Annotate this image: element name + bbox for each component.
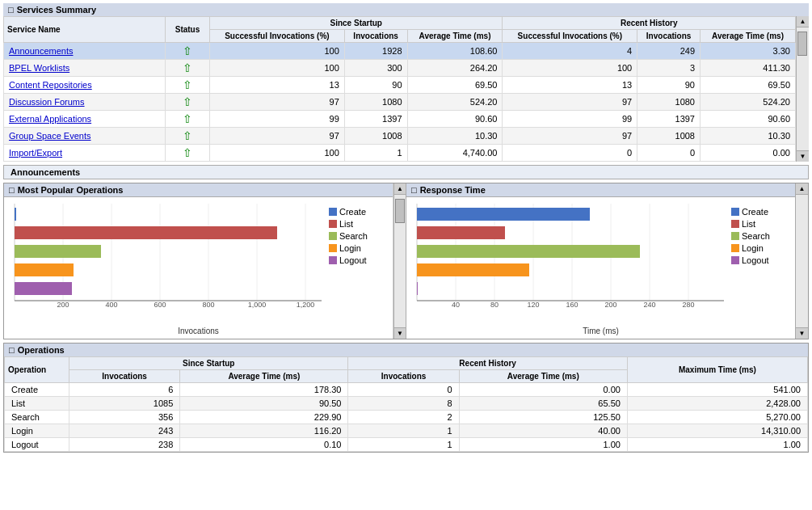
- legend-search-color: [329, 232, 337, 240]
- rt-legend-login-color: [731, 244, 739, 252]
- op-name: Logout: [5, 438, 69, 452]
- scroll-thumb[interactable]: [797, 32, 807, 56]
- rt-legend-login: Login: [731, 243, 792, 253]
- service-status: ⇧: [166, 94, 210, 111]
- announcements-label: Announcements: [3, 165, 809, 179]
- services-summary-title: Services Summary: [17, 5, 96, 15]
- op-ss-avg: 90.50: [180, 397, 348, 411]
- services-table-row[interactable]: Discussion Forums ⇧ 97 1080 524.20 97 10…: [4, 94, 796, 111]
- svg-text:280: 280: [682, 301, 694, 309]
- most-popular-header: □ Most Popular Operations: [4, 183, 393, 197]
- up-arrow-icon: ⇧: [183, 44, 192, 57]
- rh-success: 99: [503, 111, 637, 128]
- ops-table-row: Search 356 229.90 2 125.50 5,270.00: [5, 411, 808, 424]
- service-name-link[interactable]: Announcements: [9, 46, 74, 56]
- ss-inv: 300: [344, 60, 407, 77]
- th-status: Status: [166, 17, 210, 43]
- charts-scrollbar[interactable]: ▲ ▼: [393, 183, 406, 339]
- services-table-row[interactable]: BPEL Worklists ⇧ 100 300 264.20 100 3 41…: [4, 60, 796, 77]
- service-name-link[interactable]: Discussion Forums: [9, 97, 85, 107]
- op-ss-inv: 238: [69, 438, 180, 452]
- th-recent-history: Recent History: [503, 17, 796, 30]
- op-ss-avg: 116.20: [180, 424, 348, 438]
- rh-success: 13: [503, 77, 637, 94]
- rh-success: 0: [503, 145, 637, 162]
- services-table-row[interactable]: Announcements ⇧ 100 1928 108.60 4 249 3.…: [4, 43, 796, 60]
- svg-text:240: 240: [643, 301, 655, 309]
- op-max-time: 541.00: [627, 383, 807, 397]
- rt-legend-search-label: Search: [742, 231, 770, 241]
- response-collapse[interactable]: □: [411, 185, 417, 195]
- th-since-startup-ops: Since Startup: [69, 357, 348, 370]
- charts-row: □ Most Popular Operations: [3, 183, 809, 339]
- charts-scroll-down[interactable]: ▼: [394, 327, 406, 339]
- service-name-link[interactable]: Content Repositories: [9, 80, 92, 90]
- up-arrow-icon: ⇧: [183, 146, 192, 159]
- collapse-icon[interactable]: □: [8, 5, 14, 15]
- rh-inv: 249: [637, 43, 701, 60]
- op-max-time: 14,310.00: [627, 424, 807, 438]
- service-name-link[interactable]: BPEL Worklists: [9, 63, 69, 73]
- rh-success: 100: [503, 60, 637, 77]
- svg-rect-9: [15, 245, 101, 258]
- services-summary-header: □ Services Summary: [3, 3, 809, 16]
- service-name-link[interactable]: Import/Export: [9, 148, 62, 158]
- most-popular-legend: Create List Search Login Logout: [329, 204, 389, 327]
- svg-text:800: 800: [202, 301, 214, 309]
- svg-text:1,200: 1,200: [297, 301, 315, 309]
- right-scroll-down[interactable]: ▼: [796, 327, 808, 339]
- response-time-chart-body: 40 80 120 160 200 240 280 Create List: [406, 197, 795, 327]
- rh-avg: 10.30: [701, 128, 796, 145]
- services-summary-section: □ Services Summary Service Name Status S…: [3, 3, 809, 162]
- services-table-row[interactable]: External Applications ⇧ 99 1397 90.60 99…: [4, 111, 796, 128]
- th-max-time: Maximum Time (ms): [627, 357, 807, 383]
- legend-list-color: [329, 220, 337, 228]
- services-table-row[interactable]: Group Space Events ⇧ 97 1008 10.30 97 10…: [4, 128, 796, 145]
- operations-title: Operations: [18, 345, 65, 355]
- ss-avg: 108.60: [407, 43, 503, 60]
- up-arrow-icon: ⇧: [183, 95, 192, 108]
- right-scroll-up[interactable]: ▲: [796, 183, 808, 195]
- response-time-header: □ Response Time: [406, 183, 795, 197]
- th-rh-success: Successful Invocations (%): [503, 30, 637, 43]
- op-rh-inv: 1: [348, 438, 459, 452]
- right-scrollbar[interactable]: ▲ ▼: [795, 183, 808, 339]
- most-popular-collapse[interactable]: □: [9, 185, 15, 195]
- services-scrollbar[interactable]: ▲ ▼: [796, 16, 809, 162]
- op-max-time: 1.00: [627, 438, 807, 452]
- ss-inv: 1: [344, 145, 407, 162]
- service-status: ⇧: [166, 77, 210, 94]
- response-time-title: Response Time: [420, 185, 486, 195]
- rh-inv: 90: [637, 77, 701, 94]
- op-ss-avg: 0.10: [180, 438, 348, 452]
- legend-search-label: Search: [339, 231, 368, 241]
- operations-collapse[interactable]: □: [9, 345, 15, 355]
- services-table-row[interactable]: Import/Export ⇧ 100 1 4,740.00 0 0 0.00: [4, 145, 796, 162]
- charts-scroll-thumb[interactable]: [395, 199, 405, 223]
- service-name-link[interactable]: Group Space Events: [9, 131, 91, 141]
- th-rh-avg: Average Time (ms): [701, 30, 796, 43]
- legend-login-color: [329, 244, 337, 252]
- operations-table: Operation Since Startup Recent History M…: [4, 356, 808, 452]
- up-arrow-icon: ⇧: [183, 61, 192, 74]
- service-name-link[interactable]: External Applications: [9, 114, 91, 124]
- rt-legend-list-color: [731, 220, 739, 228]
- scroll-down-btn[interactable]: ▼: [797, 150, 809, 162]
- th-ops-rh-avg: Average Time (ms): [459, 370, 627, 383]
- svg-rect-31: [417, 282, 418, 295]
- op-name: Login: [5, 424, 69, 438]
- svg-text:400: 400: [105, 301, 117, 309]
- rh-avg: 3.30: [701, 43, 796, 60]
- scroll-up-btn[interactable]: ▲: [797, 16, 809, 27]
- th-ss-avg: Average Time (ms): [407, 30, 503, 43]
- svg-rect-10: [15, 263, 74, 276]
- services-table: Service Name Status Since Startup Recent…: [3, 16, 796, 162]
- charts-scroll-up[interactable]: ▲: [394, 183, 406, 195]
- ss-success: 100: [210, 145, 345, 162]
- response-time-axis-label: Time (ms): [406, 327, 795, 339]
- legend-logout-color: [329, 256, 337, 264]
- up-arrow-icon: ⇧: [183, 78, 192, 91]
- service-status: ⇧: [166, 43, 210, 60]
- svg-text:120: 120: [527, 301, 539, 309]
- services-table-row[interactable]: Content Repositories ⇧ 13 90 69.50 13 90…: [4, 77, 796, 94]
